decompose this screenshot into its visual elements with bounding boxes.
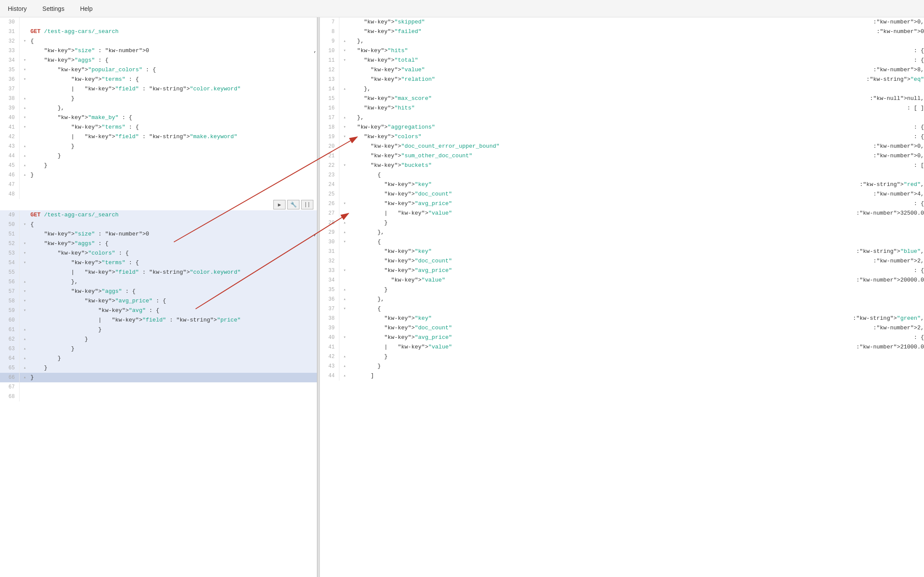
line-content: | "kw-key">"field" : "kw-string">"color.…	[29, 268, 317, 277]
left-panel[interactable]: 30 31 GET /test-agg-cars/_search 32 ▾ { …	[0, 17, 317, 577]
fold-button[interactable]: ▾	[342, 46, 348, 56]
fold-button[interactable]: ▾	[22, 36, 28, 46]
line-content: ]	[349, 371, 924, 381]
fold-button[interactable]: ▴	[22, 142, 28, 151]
line-content: "kw-key">"doc_count"	[349, 256, 873, 266]
fold-button[interactable]: ▾	[342, 132, 348, 142]
fold-button[interactable]: ▾	[22, 65, 28, 75]
fold-button[interactable]: ▴	[22, 103, 28, 113]
fold-button[interactable]: ▾	[22, 123, 28, 132]
resp-line-18: 18 ▾ "kw-key">"aggregations" : {	[320, 123, 924, 132]
menu-bar: History Settings Help	[0, 0, 924, 17]
menu-history[interactable]: History	[4, 3, 30, 14]
line-number: 49	[0, 210, 20, 220]
fold-button[interactable]: ▾	[342, 304, 348, 314]
fold-button[interactable]: ▴	[342, 295, 348, 304]
line-content: "kw-key">"failed"	[349, 27, 877, 36]
line-number: 32	[320, 256, 339, 266]
fold-button[interactable]: ▴	[22, 373, 28, 382]
resp-line-36: 36 ▴ },	[320, 295, 924, 304]
fold-button[interactable]: ▾	[22, 296, 28, 306]
wrench-button[interactable]: 🔧	[287, 200, 299, 209]
fold-button[interactable]: ▾	[342, 123, 348, 132]
resp-line-34: 34 "kw-key">"value" : "kw-number">20000.…	[320, 275, 924, 285]
fold-button[interactable]: ▴	[342, 228, 348, 237]
code-text: "kw-key">"aggs"	[30, 240, 95, 247]
line-68: 68	[0, 392, 317, 401]
code-text: "kw-key">"avg"	[30, 307, 146, 314]
line-55: 55 | "kw-key">"field" : "kw-string">"col…	[0, 268, 317, 277]
fold-button[interactable]: ▾	[342, 333, 348, 342]
line-number: 62	[0, 335, 20, 344]
line-number: 34	[320, 275, 339, 285]
fold-button[interactable]: ▴	[22, 161, 28, 170]
line-number: 44	[0, 151, 20, 161]
fold-button[interactable]: ▴	[342, 218, 348, 228]
line-content: },	[349, 84, 924, 94]
line-number: 7	[320, 17, 339, 27]
resp-line-41: 41 | "kw-key">"value" : "kw-number">2100…	[320, 342, 924, 352]
line-content: "kw-key">"value"	[349, 275, 856, 285]
request-path: /test-agg-cars/_search	[44, 28, 119, 35]
line-content: | "kw-key">"field" : "kw-string">"make.k…	[29, 132, 317, 142]
fold-button[interactable]: ▴	[342, 352, 348, 361]
fold-button[interactable]: ▾	[22, 239, 28, 249]
fold-button[interactable]: ▴	[22, 335, 28, 344]
line-43: 43 ▴ }	[0, 142, 317, 151]
fold-button[interactable]: ▾	[22, 113, 28, 123]
fold-button[interactable]: ▾	[342, 161, 348, 170]
line-number: 41	[320, 342, 339, 352]
fold-button[interactable]: ▾	[22, 306, 28, 315]
fold-button[interactable]: ▴	[22, 151, 28, 161]
code-text: {	[30, 38, 34, 44]
line-number: 39	[0, 103, 20, 113]
fold-button[interactable]: ▴	[342, 371, 348, 381]
menu-settings[interactable]: Settings	[39, 3, 68, 14]
main-container: 30 31 GET /test-agg-cars/_search 32 ▾ { …	[0, 17, 924, 577]
line-number: 23	[320, 170, 339, 180]
line-content: }	[349, 361, 924, 371]
line-content: "kw-key">"aggs" : {	[29, 239, 317, 249]
line-41: 41 ▾ "kw-key">"terms" : {	[0, 123, 317, 132]
fold-button[interactable]: ▾	[22, 249, 28, 258]
fold-button[interactable]: ▾	[22, 287, 28, 296]
fold-button[interactable]: ▾	[22, 56, 28, 65]
resp-line-26: 26 ▾ "kw-key">"avg_price" : {	[320, 199, 924, 209]
fold-button[interactable]: ▴	[342, 361, 348, 371]
fold-button[interactable]: ▾	[342, 56, 348, 65]
line-number: 9	[320, 36, 339, 46]
fold-button[interactable]: ▾	[342, 266, 348, 275]
menu-help[interactable]: Help	[76, 3, 96, 14]
line-number: 33	[0, 46, 20, 56]
fold-button[interactable]: ▴	[342, 113, 348, 123]
response-editor: 7 "kw-key">"skipped" : "kw-number">0, 8 …	[320, 17, 924, 381]
right-panel[interactable]: 7 "kw-key">"skipped" : "kw-number">0, 8 …	[320, 17, 924, 577]
fold-button[interactable]: ▾	[22, 220, 28, 229]
fold-button[interactable]: ▾	[22, 75, 28, 84]
line-content: },	[29, 277, 317, 287]
fold-button[interactable]: ▴	[22, 94, 28, 103]
fold-button[interactable]: ▴	[22, 325, 28, 335]
line-content: "kw-key">"max_score"	[349, 94, 870, 103]
fold-button[interactable]: ▾	[342, 199, 348, 209]
code-text: }	[30, 162, 47, 169]
code-text: "kw-key">"popular_colors"	[30, 66, 142, 73]
fold-button[interactable]: ▴	[22, 344, 28, 354]
fold-button[interactable]: ▴	[342, 285, 348, 295]
fold-button[interactable]: ▴	[22, 363, 28, 373]
fold-button[interactable]: ▴	[342, 36, 348, 46]
resp-line-40: 40 ▾ "kw-key">"avg_price" : {	[320, 333, 924, 342]
fold-button[interactable]: ▴	[22, 277, 28, 287]
pause-button[interactable]: ||	[301, 200, 313, 209]
fold-button[interactable]: ▾	[22, 258, 28, 268]
fold-button[interactable]: ▾	[342, 237, 348, 247]
resp-line-12: 12 "kw-key">"value" : "kw-number">8,	[320, 65, 924, 75]
fold-button[interactable]: ▴	[342, 84, 348, 94]
line-content: {	[29, 36, 317, 46]
fold-button[interactable]: ▴	[22, 170, 28, 180]
line-number: 19	[320, 132, 339, 142]
resp-line-20: 20 "kw-key">"doc_count_error_upper_bound…	[320, 142, 924, 151]
fold-button[interactable]: ▴	[22, 354, 28, 363]
run-button[interactable]: ▶	[273, 200, 286, 209]
line-65: 65 ▴ }	[0, 363, 317, 373]
